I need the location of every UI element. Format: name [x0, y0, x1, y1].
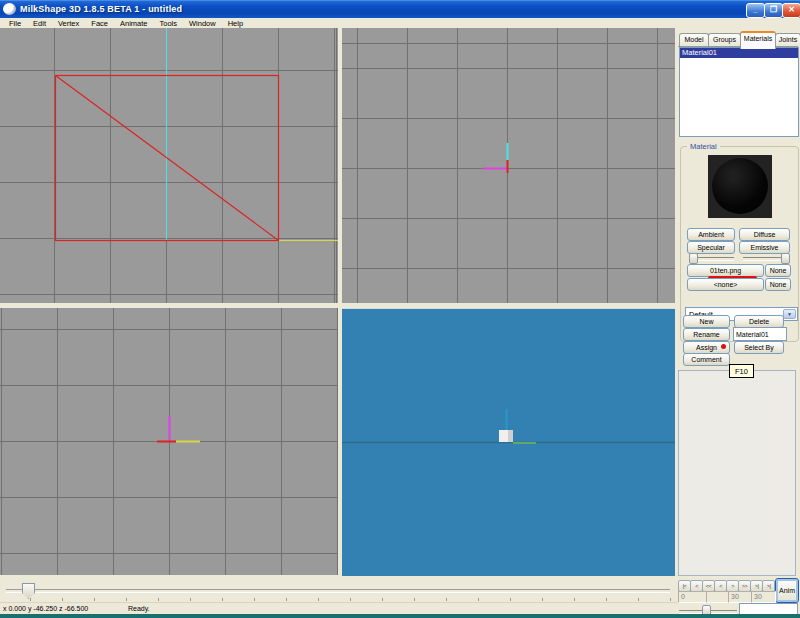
menu-item-window[interactable]: Window	[183, 19, 222, 28]
side-viewport[interactable]	[342, 28, 675, 303]
comment-button[interactable]: Comment	[683, 353, 730, 366]
shininess-slider-thumb[interactable]	[689, 253, 698, 264]
app-icon	[3, 3, 16, 15]
menu-item-face[interactable]: Face	[85, 19, 114, 28]
front-viewport[interactable]	[0, 28, 338, 303]
texture-none-button[interactable]: None	[765, 264, 791, 277]
alphamap-button[interactable]: <none>	[687, 278, 764, 291]
viewport-area	[0, 28, 677, 579]
tab-groups[interactable]: Groups	[708, 33, 741, 47]
side-viewport-canvas	[342, 28, 675, 303]
red-dot-annotation	[721, 344, 726, 349]
menu-item-edit[interactable]: Edit	[27, 19, 52, 28]
anim-toggle-button[interactable]: Anim	[775, 578, 799, 603]
chevron-down-icon[interactable]: ▼	[783, 309, 796, 319]
timeline-bar	[0, 579, 677, 602]
minimize-button[interactable]: _	[746, 3, 765, 18]
window-title: MilkShape 3D 1.8.5 BETA 1 - untitled	[20, 4, 182, 14]
material-name-field[interactable]: Material01	[733, 327, 787, 341]
select-by-button[interactable]: Select By	[734, 341, 784, 354]
menu-item-file[interactable]: File	[3, 19, 27, 28]
material-preview	[708, 155, 772, 218]
status-message: Ready.	[128, 605, 150, 612]
timeline-track[interactable]	[6, 589, 670, 593]
tab-model[interactable]: Model	[679, 33, 709, 47]
shaded-quad-dark	[508, 430, 513, 442]
close-icon[interactable]: ✕	[782, 3, 800, 18]
top-viewport-canvas	[0, 308, 338, 575]
frame-field-2[interactable]	[706, 591, 730, 603]
material-preview-sphere	[712, 158, 768, 214]
tab-materials[interactable]: Materials	[740, 31, 776, 49]
title-bar[interactable]: MilkShape 3D 1.8.5 BETA 1 - untitled	[0, 0, 800, 18]
perspective-viewport-canvas	[342, 309, 675, 576]
new-button[interactable]: New	[683, 315, 730, 328]
coordinates-readout: x 0.000 y -46.250 z -66.500	[3, 605, 88, 612]
diffuse-button[interactable]: Diffuse	[739, 228, 790, 241]
menu-item-help[interactable]: Help	[222, 19, 249, 28]
right-panel: Model Groups Materials Joints Material01…	[677, 28, 800, 614]
material-group-label: Material	[687, 142, 720, 151]
rename-button[interactable]: Rename	[683, 328, 730, 341]
menu-item-animate[interactable]: Animate	[114, 19, 154, 28]
menu-item-vertex[interactable]: Vertex	[52, 19, 85, 28]
restore-icon[interactable]: ❐	[764, 3, 783, 18]
ambient-button[interactable]: Ambient	[687, 228, 735, 241]
tab-joints[interactable]: Joints	[775, 33, 800, 47]
timeline-thumb[interactable]	[22, 583, 35, 599]
end-frame-field[interactable]: 30	[751, 591, 776, 603]
transparency-slider-thumb[interactable]	[781, 253, 790, 264]
keyframer-empty-panel	[678, 370, 796, 576]
top-viewport[interactable]	[0, 308, 338, 575]
material-list-item[interactable]: Material01	[680, 48, 798, 58]
shaded-quad-light	[499, 430, 508, 442]
f10-tooltip: F10	[729, 364, 754, 378]
current-frame-field[interactable]: 0	[678, 591, 708, 603]
status-bar: x 0.000 y -46.250 z -66.500 Ready.	[0, 602, 677, 614]
materials-listbox[interactable]: Material01	[679, 47, 799, 137]
bottom-edge-strip	[0, 614, 800, 618]
total-frames-field[interactable]: 30	[728, 591, 753, 603]
material-groupbox: Material Ambient Diffuse Specular Emissi…	[680, 146, 799, 342]
front-viewport-canvas	[0, 28, 338, 303]
menu-item-tools[interactable]: Tools	[154, 19, 184, 28]
perspective-viewport[interactable]	[342, 308, 675, 576]
menu-bar: File Edit Vertex Face Animate Tools Wind…	[0, 18, 800, 28]
timeline-ticks	[30, 598, 671, 601]
milkshape-window: MilkShape 3D 1.8.5 BETA 1 - untitled _ ❐…	[0, 0, 800, 618]
alphamap-none-button[interactable]: None	[765, 278, 791, 291]
